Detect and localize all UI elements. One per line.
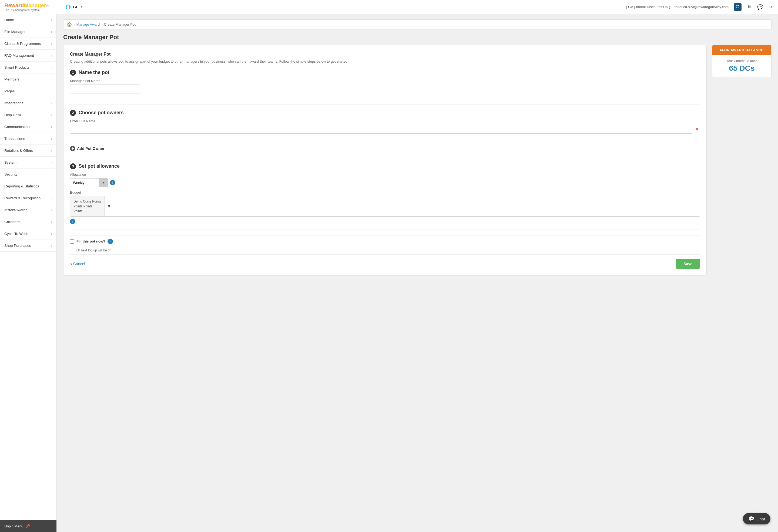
sidebar-item-faq[interactable]: FAQ Management › xyxy=(0,50,57,62)
chevron-icon: › xyxy=(51,173,52,176)
form-layout: Create Manager Pot Creating additional p… xyxy=(63,45,772,275)
unpin-menu[interactable]: Unpin Menu 📌 xyxy=(0,520,57,532)
chevron-icon: › xyxy=(51,244,52,248)
step1-title: Name the pot xyxy=(79,70,109,75)
form-card-desc: Creating additional pots allows you to a… xyxy=(70,59,700,64)
region-dropdown-arrow: ▼ xyxy=(80,5,83,8)
fill-pot-info-icon[interactable]: i xyxy=(107,239,113,244)
sidebar-item-shop-purchases[interactable]: Shop Purchases › xyxy=(0,240,57,252)
logo-tm: ™ xyxy=(46,5,49,8)
owner-name-input[interactable] xyxy=(70,125,692,134)
sidebar-item-label: File Manager xyxy=(4,30,26,34)
chevron-icon: › xyxy=(51,232,52,236)
region-selector[interactable]: 🌐 GL ▼ xyxy=(61,4,87,9)
step3-header: 3 Set pot allowance xyxy=(70,163,700,169)
sidebar-item-clients[interactable]: Clients & Programmes › xyxy=(0,38,57,50)
sidebar-item-label: Help Desk xyxy=(4,113,21,117)
breadcrumb-manage-award[interactable]: Manage Award xyxy=(76,22,100,26)
allowance-select-wrap[interactable]: Weekly Monthly Annual One-time ▼ xyxy=(70,178,108,187)
header-org: ( GB | boom! Discounts UK ) xyxy=(626,5,670,9)
sidebar-item-label: Shop Purchases xyxy=(4,244,31,248)
allowance-row: Weekly Monthly Annual One-time ▼ i xyxy=(70,178,700,187)
chat-bubble-icon: 💬 xyxy=(748,516,754,522)
sidebar-item-file-manager[interactable]: File Manager › xyxy=(0,26,57,38)
chevron-icon: › xyxy=(51,125,52,129)
next-topup-label: Or next top up will be on xyxy=(76,249,700,252)
chevron-icon: › xyxy=(51,220,52,224)
logout-button[interactable]: ↪ xyxy=(768,3,774,11)
sidebar-item-label: Members xyxy=(4,77,19,81)
budget-input[interactable] xyxy=(105,196,700,216)
unpin-label: Unpin Menu xyxy=(4,524,23,528)
sidebar-item-reward-recognition[interactable]: Reward & Recognition › xyxy=(0,192,57,204)
sidebar-item-transactions[interactable]: Transactions › xyxy=(0,133,57,145)
sidebar-item-label: Reward & Recognition xyxy=(4,196,41,200)
sidebar-item-label: Childcare xyxy=(4,220,20,224)
region-text: GL xyxy=(73,5,78,9)
sidebar-item-system[interactable]: System › xyxy=(0,157,57,169)
sidebar-item-security[interactable]: Security › xyxy=(0,169,57,180)
pot-name-input[interactable] xyxy=(70,85,140,93)
budget-label: Budget xyxy=(70,190,700,194)
logo-manager: Manager xyxy=(24,2,46,9)
monitor-icon: 🖥 xyxy=(747,4,752,10)
step2-header: 2 Choose pot owners xyxy=(70,110,700,116)
header-right: ( GB | boom! Discounts UK ) federica.sil… xyxy=(626,2,774,12)
fill-pot-label: Fill this pot now? xyxy=(76,239,105,243)
shield-button[interactable]: 🛡 xyxy=(733,2,743,12)
pin-icon: 📌 xyxy=(25,524,30,528)
chevron-icon: › xyxy=(51,54,52,58)
sidebar: Home › File Manager › Clients & Programm… xyxy=(0,14,57,532)
breadcrumb-sep1: › xyxy=(74,23,75,26)
sidebar-item-communication[interactable]: Communication › xyxy=(0,121,57,133)
globe-icon: 🌐 xyxy=(65,4,71,9)
sidebar-item-help-desk[interactable]: Help Desk › xyxy=(0,109,57,121)
budget-info-icon[interactable]: i xyxy=(70,219,75,224)
form-card-title: Create Manager Pot xyxy=(70,52,700,57)
main-award-balance-card: MAIN AWARD BALANCE Your Current Balance … xyxy=(712,45,772,77)
sidebar-item-label: FAQ Management xyxy=(4,54,34,58)
budget-currency-label: Demo Coins Points Points Points Points xyxy=(70,196,105,216)
chevron-icon: › xyxy=(51,30,52,34)
allowance-info-icon[interactable]: i xyxy=(110,180,115,185)
header-email: federica.silvi@rewardgateway.com xyxy=(675,5,728,9)
chevron-icon: › xyxy=(51,18,52,22)
award-card-header: MAIN AWARD BALANCE xyxy=(712,46,771,55)
sidebar-item-childcare[interactable]: Childcare › xyxy=(0,216,57,228)
sidebar-item-pages[interactable]: Pages › xyxy=(0,85,57,97)
chevron-icon: › xyxy=(51,78,52,81)
breadcrumb-home-icon[interactable]: 🏠 xyxy=(67,22,72,27)
form-actions: < Cancel Save xyxy=(70,254,700,269)
sidebar-item-cycle-to-work[interactable]: Cycle To Work › xyxy=(0,228,57,240)
sidebar-item-reporting[interactable]: Reporting & Statistics › xyxy=(0,180,57,192)
sidebar-item-instant-awards[interactable]: InstantAwards › xyxy=(0,204,57,216)
chevron-icon: › xyxy=(51,161,52,165)
sidebar-item-smart-products[interactable]: Smart Products › xyxy=(0,62,57,74)
allowance-select[interactable]: Weekly Monthly Annual One-time xyxy=(70,178,108,187)
add-owner-button[interactable]: + Add Pot Owner xyxy=(70,145,104,152)
sidebar-item-label: Clients & Programmes xyxy=(4,41,41,46)
sidebar-item-integrations[interactable]: Integrations › xyxy=(0,97,57,109)
chevron-icon: › xyxy=(51,113,52,117)
chat-header-icon: 💬 xyxy=(757,4,763,10)
remove-owner-button[interactable]: ✕ xyxy=(694,125,700,133)
sidebar-item-home[interactable]: Home › xyxy=(0,14,57,26)
chat-button[interactable]: 💬 Chat xyxy=(743,513,770,524)
divider3 xyxy=(70,158,700,158)
step2-title: Choose pot owners xyxy=(79,110,124,115)
cancel-button[interactable]: < Cancel xyxy=(70,262,85,266)
owner-name-label: Enter Full Name xyxy=(70,119,700,123)
sidebar-item-members[interactable]: Members › xyxy=(0,74,57,85)
sidebar-item-label: System xyxy=(4,160,16,165)
monitor-button[interactable]: 🖥 xyxy=(746,3,753,11)
chat-header-button[interactable]: 💬 xyxy=(756,3,764,11)
sidebar-item-retailers[interactable]: Retailers & Offers › xyxy=(0,145,57,157)
step3-title: Set pot allowance xyxy=(79,163,120,169)
chevron-icon: › xyxy=(51,208,52,212)
save-button[interactable]: Save xyxy=(676,259,700,269)
fill-pot-checkbox[interactable] xyxy=(70,239,74,244)
sidebar-item-label: Reporting & Statistics xyxy=(4,184,39,188)
award-balance-value: 65 DCs xyxy=(716,64,768,73)
logout-icon: ↪ xyxy=(769,4,773,10)
step1-header: 1 Name the pot xyxy=(70,70,700,76)
